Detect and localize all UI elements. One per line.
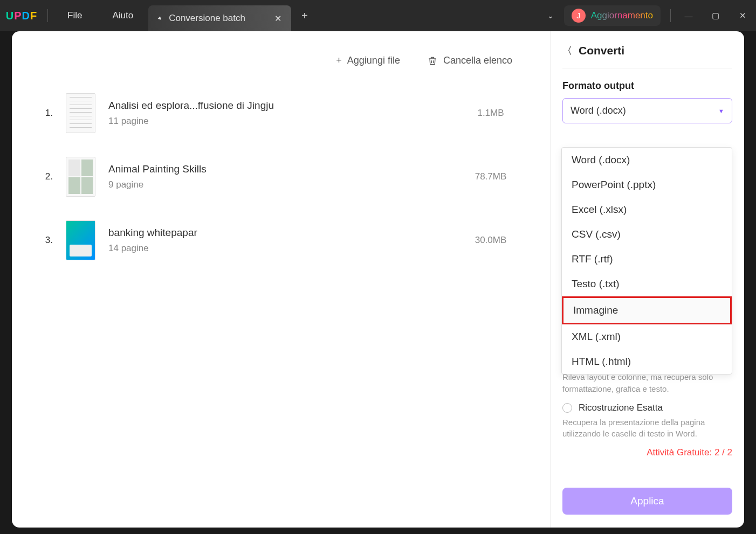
format-option[interactable]: RTF (.rtf) bbox=[562, 247, 732, 272]
close-icon[interactable]: ✕ bbox=[274, 13, 281, 24]
menu-file[interactable]: File bbox=[52, 10, 97, 21]
tab-title: Conversione batch bbox=[169, 13, 245, 24]
trash-icon bbox=[427, 56, 438, 66]
divider bbox=[47, 9, 48, 22]
file-title: Animal Painting Skills bbox=[108, 163, 445, 175]
file-index: 2. bbox=[39, 171, 53, 182]
file-row[interactable]: 2. Animal Painting Skills 9 pagine 78.7M… bbox=[39, 145, 523, 209]
file-thumbnail bbox=[66, 93, 95, 133]
file-title: Analisi ed esplora...ffusione di Jingju bbox=[108, 100, 445, 112]
update-button[interactable]: J Aggiornamento bbox=[564, 5, 661, 26]
file-list-panel: + Aggiungi file Cancella elenco 1. Anali… bbox=[12, 31, 550, 528]
format-option[interactable]: CSV (.csv) bbox=[562, 222, 732, 247]
file-index: 3. bbox=[39, 235, 53, 246]
caret-down-icon: ▼ bbox=[718, 108, 724, 114]
exact-reconstruction-label: Ricostruzione Esatta bbox=[579, 403, 663, 413]
file-pages: 14 pagine bbox=[108, 243, 445, 254]
format-option[interactable]: HTML (.html) bbox=[562, 349, 732, 374]
file-size: 78.7MB bbox=[458, 171, 523, 182]
pin-icon: ▾ bbox=[156, 15, 163, 22]
file-pages: 9 pagine bbox=[108, 179, 445, 190]
chevron-down-icon[interactable]: ⌄ bbox=[537, 11, 564, 20]
new-tab-button[interactable]: + bbox=[291, 10, 318, 22]
divider bbox=[670, 9, 671, 22]
file-row[interactable]: 3. banking whitepapar 14 pagine 30.0MB bbox=[39, 209, 523, 272]
output-format-select[interactable]: Word (.docx) ▼ bbox=[562, 98, 732, 123]
update-label: Aggiornamento bbox=[591, 10, 653, 21]
layout-description: Rileva layout e colonne, ma recupera sol… bbox=[562, 371, 732, 395]
clear-list-button[interactable]: Cancella elenco bbox=[427, 55, 512, 66]
output-format-label: Formato output bbox=[562, 80, 732, 92]
format-dropdown: Word (.docx)PowerPoint (.pptx)Excel (.xl… bbox=[561, 147, 732, 375]
radio-icon bbox=[562, 403, 572, 413]
format-option[interactable]: Word (.docx) bbox=[562, 148, 732, 172]
format-option[interactable]: XML (.xml) bbox=[562, 324, 732, 349]
titlebar: UPDF File Aiuto ▾ Conversione batch ✕ + … bbox=[0, 0, 756, 31]
file-pages: 11 pagine bbox=[108, 116, 445, 127]
clear-list-label: Cancella elenco bbox=[443, 55, 512, 66]
free-tasks-counter: Attività Gratuite: 2 / 2 bbox=[562, 447, 732, 458]
format-option[interactable]: Testo (.txt) bbox=[562, 272, 732, 296]
back-icon[interactable]: 〈 bbox=[562, 44, 572, 57]
file-thumbnail bbox=[66, 157, 95, 197]
file-size: 30.0MB bbox=[458, 235, 523, 246]
plus-icon: + bbox=[336, 55, 342, 66]
minimize-button[interactable]: — bbox=[675, 11, 702, 20]
avatar: J bbox=[572, 9, 586, 23]
panel-title: Converti bbox=[579, 44, 624, 57]
menu-help[interactable]: Aiuto bbox=[97, 10, 148, 21]
apply-button[interactable]: Applica bbox=[562, 488, 732, 515]
file-thumbnail bbox=[66, 220, 95, 260]
exact-description: Recupera la presentazione della pagina u… bbox=[562, 417, 732, 440]
add-file-button[interactable]: + Aggiungi file bbox=[336, 55, 400, 66]
maximize-button[interactable]: ▢ bbox=[702, 11, 729, 20]
format-option[interactable]: PowerPoint (.pptx) bbox=[562, 172, 732, 197]
file-index: 1. bbox=[39, 108, 53, 119]
file-size: 1.1MB bbox=[458, 108, 523, 119]
convert-panel: 〈 Converti Formato output Word (.docx) ▼… bbox=[550, 31, 744, 528]
close-window-button[interactable]: ✕ bbox=[729, 11, 756, 20]
file-row[interactable]: 1. Analisi ed esplora...ffusione di Jing… bbox=[39, 81, 523, 145]
exact-reconstruction-radio[interactable]: Ricostruzione Esatta bbox=[562, 403, 732, 413]
selected-format: Word (.docx) bbox=[571, 105, 626, 116]
format-option[interactable]: Excel (.xlsx) bbox=[562, 197, 732, 222]
file-title: banking whitepapar bbox=[108, 227, 445, 239]
format-option[interactable]: Immagine bbox=[562, 296, 732, 324]
workspace: + Aggiungi file Cancella elenco 1. Anali… bbox=[12, 31, 744, 528]
app-logo: UPDF bbox=[0, 10, 43, 22]
add-file-label: Aggiungi file bbox=[347, 55, 400, 66]
tab-batch-conversion[interactable]: ▾ Conversione batch ✕ bbox=[148, 5, 291, 31]
